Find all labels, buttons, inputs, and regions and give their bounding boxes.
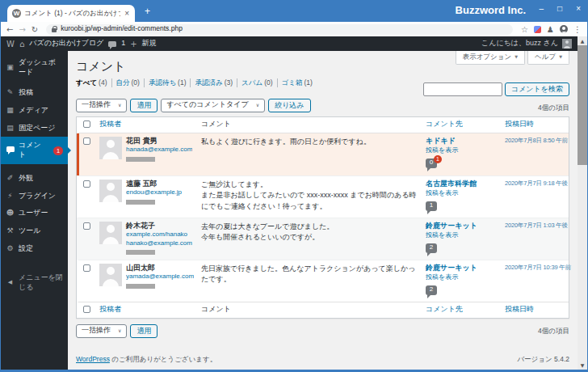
sidebar-item-tools[interactable]: ⚒ ツール	[1, 222, 68, 240]
browser-window: W コメント (1) - バズのお出かけブログ — × + Buzzword I…	[0, 0, 588, 372]
author-email-link[interactable]: hanada@example.com	[126, 146, 192, 154]
author-email-link[interactable]: hanako@example.com	[126, 239, 192, 247]
tab-title: コメント (1) - バズのお出かけブログ —	[24, 9, 120, 18]
screen-options-button[interactable]: 表示オプション ▼	[456, 51, 525, 65]
sidebar-item-pages[interactable]: ▤ 固定ページ	[1, 120, 68, 137]
tab-close-icon[interactable]: ×	[124, 8, 130, 19]
comment-date[interactable]: 2020年7月7日 9:18 午後	[501, 176, 569, 218]
column-header-response[interactable]: コメント先	[422, 302, 501, 318]
bulk-action-select-bottom[interactable]: 一括操作 ∨	[76, 324, 127, 338]
extension-icon[interactable]	[534, 26, 541, 33]
row-checkbox[interactable]	[83, 137, 90, 145]
new-content-link[interactable]: 新規	[142, 39, 157, 49]
comment-type-select[interactable]: すべてのコメントタイプ ∨	[161, 99, 265, 112]
column-header-date[interactable]: 投稿日時	[501, 117, 569, 133]
column-header-author[interactable]: 投稿者	[95, 117, 197, 133]
user-avatar[interactable]	[562, 39, 572, 49]
approved-count: 1	[430, 201, 433, 209]
bulk-action-select[interactable]: 一括操作 ∨	[76, 99, 127, 112]
site-name-link[interactable]: バズのお出かけブログ	[29, 39, 103, 49]
scroll-up-icon[interactable]: ▲	[581, 36, 585, 45]
sidebar-item-posts[interactable]: ✎ 投稿	[1, 84, 68, 102]
post-link[interactable]: 鈴鹿サーキット	[426, 264, 497, 273]
search-comments-button[interactable]: コメントを検索	[505, 82, 569, 96]
sidebar-item-media[interactable]: ▦ メディア	[1, 102, 68, 120]
apply-button[interactable]: 適用	[130, 99, 158, 112]
row-checkbox[interactable]	[83, 180, 90, 188]
plus-icon: +	[130, 39, 136, 49]
chevron-down-icon: ▼	[514, 54, 518, 60]
column-header-response[interactable]: コメント先	[422, 117, 501, 133]
bulk-actions-bar: 一括操作 ∨ 適用 すべてのコメントタイプ ∨ 絞り込み	[76, 99, 311, 112]
forward-icon[interactable]: →	[19, 24, 25, 35]
filter-button[interactable]: 絞り込み	[268, 99, 310, 112]
comment-count-bubble[interactable]: 0 1	[426, 159, 437, 168]
filter-approved[interactable]: 承認済み (3)	[191, 78, 237, 87]
author-email-link[interactable]: endou@example.jp	[126, 188, 182, 197]
reload-icon[interactable]: ↻	[32, 24, 38, 35]
admin-bar-comment-count[interactable]: 1	[121, 39, 125, 49]
filter-trash[interactable]: ゴミ箱 (1)	[278, 78, 317, 87]
minimize-button[interactable]: –	[540, 3, 544, 14]
view-post-link[interactable]: 投稿を表示	[426, 273, 497, 281]
scroll-down-icon[interactable]: ▼	[581, 361, 585, 370]
comment-count-bubble[interactable]: 2	[426, 285, 437, 295]
sidebar-item-plugins[interactable]: ⚡ プラグイン	[1, 188, 68, 205]
browser-tab[interactable]: W コメント (1) - バズのお出かけブログ — ×	[7, 5, 135, 22]
apply-button-bottom[interactable]: 適用	[130, 324, 158, 338]
comment-count-bubble[interactable]: 2	[426, 243, 437, 253]
select-all-checkbox[interactable]	[83, 120, 90, 128]
sidebar-item-settings[interactable]: ⚙ 設定	[1, 240, 68, 258]
bookmark-star-icon[interactable]: ☆	[521, 24, 528, 35]
admin-sidebar: ▣ ダッシュボード ✎ 投稿 ▦ メディア ▤ 固定ページ	[1, 51, 68, 370]
sidebar-item-comments[interactable]: コメント 1	[1, 137, 68, 163]
view-post-link[interactable]: 投稿を表示	[426, 189, 497, 197]
comment-date[interactable]: 2020年7月7日 1:03 午後	[501, 218, 569, 260]
wordpress-footer-link[interactable]: WordPress	[76, 355, 110, 363]
new-tab-button[interactable]: +	[145, 6, 150, 19]
view-post-link[interactable]: 投稿を表示	[426, 231, 497, 239]
close-button[interactable]: ×	[576, 3, 581, 14]
comments-bubble-icon[interactable]	[108, 41, 116, 47]
view-post-link[interactable]: 投稿を表示	[426, 146, 497, 154]
back-icon[interactable]: ←	[6, 24, 13, 35]
filter-pending[interactable]: 承認待ち (1)	[145, 78, 191, 87]
scrollbar-thumb[interactable]	[578, 45, 587, 165]
scrollbar[interactable]: ▲ ▼	[578, 36, 587, 370]
sidebar-item-users[interactable]: ☻ ユーザー	[1, 205, 68, 222]
row-checkbox[interactable]	[83, 264, 90, 272]
address-bar[interactable]: kuroobi.jp/wp-admin/edit-comments.php	[46, 24, 513, 35]
help-button[interactable]: ヘルプ ▼	[527, 51, 569, 65]
post-link[interactable]: キドキド	[426, 137, 497, 146]
pages-icon: ▤	[6, 124, 15, 133]
collapse-menu-button[interactable]: ◀ メニューを閉じる	[1, 269, 68, 296]
author-email-link[interactable]: yamada@example.com	[126, 273, 194, 281]
author-name: 山田太郎	[126, 264, 194, 273]
column-header-author[interactable]: 投稿者	[95, 302, 197, 318]
post-link[interactable]: 名古屋市科学館	[426, 180, 497, 189]
sidebar-item-appearance[interactable]: ✐ 外観	[1, 170, 68, 188]
column-header-date[interactable]: 投稿日時	[501, 302, 569, 318]
row-checkbox[interactable]	[83, 222, 90, 230]
author-url-link[interactable]: example.com/hanako	[126, 230, 192, 239]
select-chevron-icon: ∨	[118, 102, 121, 108]
filter-all[interactable]: すべて (4)	[76, 78, 112, 87]
comment-date[interactable]: 2020年7月8日 8:50 午前	[501, 133, 569, 175]
post-link[interactable]: 鈴鹿サーキット	[426, 222, 497, 231]
search-input[interactable]	[423, 82, 502, 96]
comments-icon	[6, 146, 15, 155]
comment-date[interactable]: 2020年7月7日 10:39 午前	[501, 260, 569, 302]
comment-count-bubble[interactable]: 1	[426, 201, 437, 211]
filter-mine[interactable]: 自分 (0)	[112, 78, 145, 87]
menu-dots-icon[interactable]: ⋮	[573, 24, 582, 35]
sidebar-item-dashboard[interactable]: ▣ ダッシュボード	[1, 54, 68, 81]
extension-pin-icon[interactable]: ♟	[547, 24, 554, 35]
select-all-checkbox[interactable]	[83, 306, 90, 313]
maximize-button[interactable]: □	[557, 3, 562, 14]
filter-count: (3)	[225, 78, 233, 87]
filter-spam[interactable]: スパム (0)	[237, 78, 278, 87]
greeting-text[interactable]: こんにちは、buzz さん	[481, 39, 558, 49]
wordpress-logo-icon[interactable]: W	[6, 39, 15, 49]
profile-icon[interactable]	[560, 25, 568, 33]
author-ip-redacted	[126, 284, 155, 289]
